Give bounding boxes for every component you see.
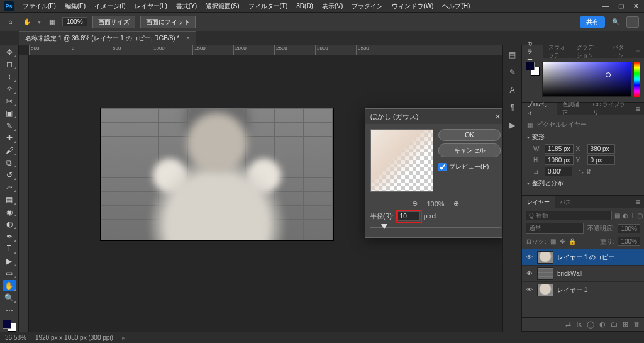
delete-layer-icon[interactable]: 🗑: [633, 320, 640, 329]
search-icon[interactable]: 🔍: [610, 16, 621, 28]
radius-input[interactable]: [397, 211, 420, 221]
zoom-out-icon[interactable]: ⊖: [412, 200, 418, 208]
layer-name[interactable]: brickWall: [557, 270, 582, 277]
marquee-tool-icon[interactable]: ◻: [3, 59, 16, 70]
fg-bg-swatch[interactable]: [3, 320, 16, 332]
tab-properties[interactable]: プロパティ: [522, 103, 557, 115]
menu-image[interactable]: イメージ(I): [91, 2, 129, 11]
path-select-icon[interactable]: ▶: [3, 256, 16, 267]
section-transform[interactable]: 変形: [527, 133, 639, 142]
brush-panel-icon[interactable]: ✎: [507, 67, 518, 78]
new-adjust-icon[interactable]: ◐: [599, 320, 606, 329]
color-fg-bg[interactable]: [526, 62, 540, 76]
radius-slider[interactable]: [370, 223, 501, 232]
tab-cc-libraries[interactable]: CC ライブラリ: [588, 103, 632, 115]
new-group-icon[interactable]: 🗀: [611, 320, 618, 329]
menu-select[interactable]: 選択範囲(S): [202, 2, 243, 11]
layer-style-icon[interactable]: fx: [576, 320, 582, 329]
tab-layers[interactable]: レイヤー: [522, 196, 555, 208]
filter-type-icon[interactable]: T: [631, 212, 635, 219]
preview-checkbox[interactable]: プレビュー(P): [438, 162, 501, 171]
home-icon[interactable]: ⌂: [5, 16, 16, 28]
lock-pixels-icon[interactable]: ▦: [550, 238, 556, 245]
history-brush-icon[interactable]: ↺: [3, 169, 16, 181]
menu-window[interactable]: ウィンドウ(W): [388, 2, 437, 11]
menu-filter[interactable]: フィルター(T): [245, 2, 292, 11]
panel-menu-icon[interactable]: ≡: [632, 104, 644, 113]
char-panel-icon[interactable]: A: [507, 84, 518, 96]
crop-tool-icon[interactable]: ✂: [3, 96, 16, 107]
preview-checkbox-input[interactable]: [438, 163, 447, 171]
panel-menu-icon[interactable]: ≡: [632, 47, 644, 56]
window-maximize-icon[interactable]: ▢: [618, 3, 624, 9]
hand-tool-icon[interactable]: ✋: [21, 16, 33, 28]
document-canvas[interactable]: [101, 108, 333, 240]
frame-tool-icon[interactable]: ▣: [3, 108, 16, 120]
tab-color[interactable]: カラー: [522, 45, 543, 58]
tab-gradients[interactable]: グラデーション: [572, 45, 608, 58]
ok-button[interactable]: OK: [438, 129, 501, 141]
close-tab-icon[interactable]: ×: [186, 35, 190, 42]
prop-angle[interactable]: 0.00°: [545, 167, 572, 176]
canvas-area[interactable]: 5000500 100015002000 250030003500 ぼかし (ガ…: [19, 45, 502, 332]
tab-adjustments[interactable]: 色調補正: [557, 103, 587, 115]
hand-tool-icon[interactable]: ✋: [3, 280, 16, 291]
visibility-icon[interactable]: 👁: [526, 286, 533, 293]
menu-type[interactable]: 書式(Y): [172, 2, 201, 11]
new-layer-icon[interactable]: ⊞: [623, 320, 628, 329]
move-tool-icon[interactable]: ✥: [3, 47, 16, 58]
visibility-icon[interactable]: 👁: [526, 270, 533, 277]
blur-tool-icon[interactable]: ◉: [3, 206, 16, 218]
zoom-field[interactable]: 100%: [62, 17, 87, 26]
menu-help[interactable]: ヘルプ(H): [438, 2, 474, 11]
panel-menu-icon[interactable]: ≡: [632, 198, 644, 206]
healing-tool-icon[interactable]: ✚: [3, 133, 16, 144]
menu-file[interactable]: ファイル(F): [19, 2, 60, 11]
tab-paths[interactable]: パス: [555, 196, 576, 208]
filter-shape-icon[interactable]: ▢: [637, 212, 643, 219]
prop-x[interactable]: 380 px: [587, 144, 615, 154]
tab-swatches[interactable]: スウォッチ: [543, 45, 572, 58]
color-picker[interactable]: [542, 62, 631, 97]
layer-name[interactable]: レイヤー 1 のコピー: [557, 253, 614, 262]
hue-slider[interactable]: [634, 62, 640, 97]
cancel-button[interactable]: キャンセル: [438, 143, 501, 157]
menu-layer[interactable]: レイヤー(L): [131, 2, 171, 11]
layer-row[interactable]: 👁 レイヤー 1: [522, 281, 644, 298]
fill-value[interactable]: 100%: [618, 237, 640, 246]
status-zoom[interactable]: 36.58%: [5, 334, 26, 341]
type-tool-icon[interactable]: T: [3, 244, 16, 255]
wand-tool-icon[interactable]: ✧: [3, 84, 16, 95]
scroll-all-icon[interactable]: ▦: [46, 16, 57, 28]
flip-v-icon[interactable]: ⇵: [586, 168, 591, 175]
opacity-value[interactable]: 100%: [618, 224, 640, 233]
dialog-close-icon[interactable]: ✕: [495, 113, 501, 121]
shape-tool-icon[interactable]: ▭: [3, 268, 16, 279]
tab-patterns[interactable]: パターン: [608, 45, 632, 58]
share-button[interactable]: 共有: [580, 16, 605, 28]
filter-pixel-icon[interactable]: ▦: [614, 212, 620, 219]
stamp-tool-icon[interactable]: ⧉: [3, 157, 16, 169]
window-minimize-icon[interactable]: —: [602, 3, 609, 9]
history-panel-icon[interactable]: ▤: [507, 49, 518, 60]
layer-mask-icon[interactable]: ◯: [587, 320, 594, 329]
section-align[interactable]: 整列と分布: [527, 179, 639, 188]
actions-panel-icon[interactable]: ▶: [507, 120, 518, 131]
menu-view[interactable]: 表示(V): [318, 2, 347, 11]
para-panel-icon[interactable]: ¶: [507, 102, 518, 113]
lock-position-icon[interactable]: ✥: [560, 238, 565, 245]
filter-adj-icon[interactable]: ◐: [623, 212, 628, 219]
link-layers-icon[interactable]: ⇄: [565, 320, 571, 329]
fit-screen-button[interactable]: 画面にフィット: [140, 16, 196, 28]
workspace-switch-icon[interactable]: [626, 16, 639, 28]
pen-tool-icon[interactable]: ✒: [3, 231, 16, 242]
menu-plugin[interactable]: プラグイン: [348, 2, 387, 11]
dialog-preview[interactable]: [370, 129, 433, 192]
prop-y[interactable]: 0 px: [587, 155, 615, 165]
zoom-in-icon[interactable]: ⊕: [453, 200, 459, 208]
dodge-tool-icon[interactable]: ◐: [3, 218, 16, 230]
zoom-tool-icon[interactable]: 🔍: [3, 293, 16, 304]
flip-h-icon[interactable]: ⇋: [579, 168, 584, 175]
menu-edit[interactable]: 編集(E): [61, 2, 89, 11]
dialog-titlebar[interactable]: ぼかし (ガウス) ✕: [365, 109, 502, 124]
